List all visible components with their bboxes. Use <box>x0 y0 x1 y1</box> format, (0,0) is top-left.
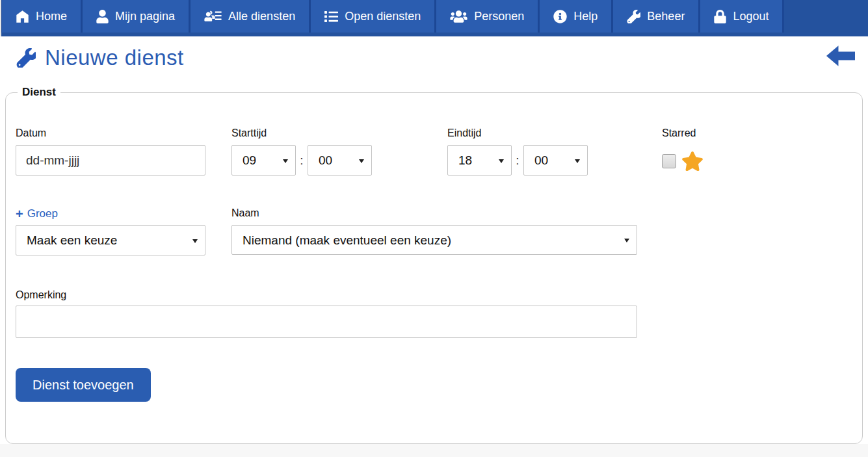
nav-item-logout[interactable]: Logout <box>700 0 784 33</box>
wrench-icon <box>16 48 36 68</box>
nav-item-label: Logout <box>733 10 769 23</box>
page-bottom-strip <box>0 444 868 457</box>
groep-field-group: + Groep Maak een keuze <box>16 207 205 255</box>
starttijd-hour-select-wrap: 09 <box>231 145 296 176</box>
opmerking-input[interactable] <box>16 306 637 338</box>
nav-item-label: Open diensten <box>345 10 421 23</box>
starttijd-minute-select-wrap: 00 <box>308 145 372 176</box>
users-icon <box>450 10 467 23</box>
nav-item-personen[interactable]: Personen <box>436 0 540 33</box>
starred-field-group: Starred <box>662 127 704 172</box>
time-separator: : <box>512 153 523 168</box>
naam-select-wrap: Niemand (maak eventueel een keuze) <box>231 225 637 255</box>
eindtijd-hour-select[interactable]: 18 <box>447 145 512 176</box>
nav-item-mijn-pagina[interactable]: Mijn pagina <box>83 0 191 33</box>
eindtijd-hour-select-wrap: 18 <box>447 145 512 176</box>
starttijd-hour-select[interactable]: 09 <box>231 145 296 176</box>
starttijd-field-group: Starttijd 09 : 00 <box>231 127 372 176</box>
opmerking-field-group: Opmerking <box>16 289 637 338</box>
starred-label: Starred <box>662 127 704 139</box>
panel-legend: Dienst <box>18 86 60 99</box>
groep-select-wrap: Maak een keuze <box>16 225 205 255</box>
plus-icon: + <box>16 208 23 220</box>
info-circle-icon <box>553 10 567 23</box>
eindtijd-minute-select-wrap: 00 <box>523 145 588 176</box>
nav-item-open-diensten[interactable]: Open diensten <box>311 0 436 33</box>
list-icon <box>324 10 338 23</box>
naam-select[interactable]: Niemand (maak eventueel een keuze) <box>231 225 637 255</box>
nav-item-help[interactable]: Help <box>540 0 613 33</box>
nav-item-label: Help <box>573 10 598 23</box>
nav-item-alle-diensten[interactable]: Alle diensten <box>191 0 311 33</box>
nav-item-label: Mijn pagina <box>115 10 175 23</box>
nav-item-label: Home <box>36 10 67 23</box>
eindtijd-label: Eindtijd <box>447 127 588 139</box>
eindtijd-minute-select[interactable]: 00 <box>523 145 588 176</box>
starred-checkbox[interactable] <box>662 154 676 168</box>
user-icon <box>96 10 109 23</box>
naam-field-group: Naam Niemand (maak eventueel een keuze) <box>231 207 637 255</box>
wrench-icon <box>627 10 640 23</box>
star-icon <box>681 151 704 172</box>
naam-label: Naam <box>231 207 637 219</box>
page-title: Nieuwe dienst <box>45 46 184 70</box>
nav-item-label: Beheer <box>647 10 685 23</box>
add-groep-link[interactable]: + Groep <box>16 207 58 220</box>
datum-input[interactable] <box>16 145 205 176</box>
eindtijd-field-group: Eindtijd 18 : 00 <box>447 127 588 176</box>
page-header: Nieuwe dienst <box>0 36 868 79</box>
nav-item-home[interactable]: Home <box>1 0 83 33</box>
groep-select[interactable]: Maak een keuze <box>16 225 205 255</box>
navbar: Home Mijn pagina Alle diensten Open dien… <box>0 0 868 36</box>
arrow-left-icon[interactable] <box>826 46 855 69</box>
opmerking-label: Opmerking <box>16 289 637 301</box>
home-icon <box>16 10 29 23</box>
user-list-icon <box>204 10 222 23</box>
time-separator: : <box>296 153 308 168</box>
lock-icon <box>714 10 726 23</box>
nav-item-beheer[interactable]: Beheer <box>613 0 700 33</box>
dienst-panel: Dienst Datum Starttijd 09 : 00 Eindtijd <box>5 92 863 444</box>
starttijd-label: Starttijd <box>231 127 372 139</box>
starttijd-minute-select[interactable]: 00 <box>308 145 372 176</box>
dienst-toevoegen-button[interactable]: Dienst toevoegen <box>16 368 151 402</box>
nav-item-label: Personen <box>474 10 524 23</box>
datum-label: Datum <box>16 127 205 139</box>
groep-label: Groep <box>27 207 58 220</box>
nav-item-label: Alle diensten <box>228 10 295 23</box>
datum-field-group: Datum <box>16 127 205 176</box>
